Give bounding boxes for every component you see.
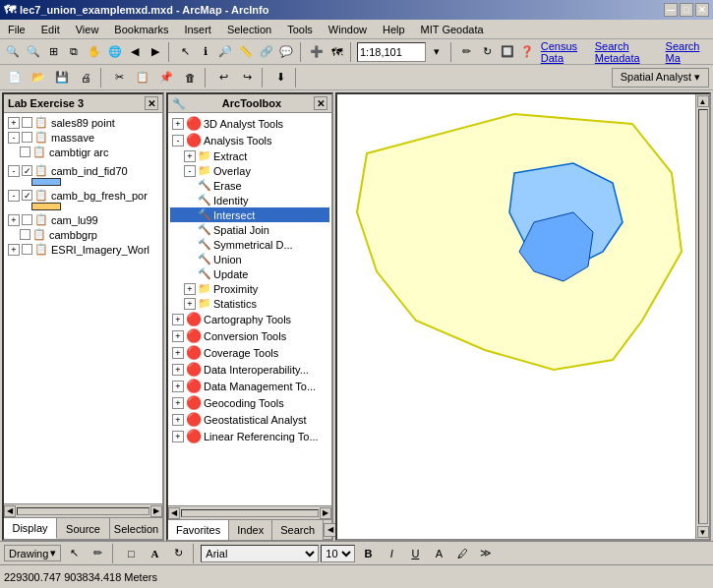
checkbox-sales89[interactable] [22, 117, 32, 128]
expand-linearref[interactable]: + [172, 431, 184, 442]
toolbox-cartography[interactable]: + 🔴 Cartography Tools [170, 311, 329, 327]
toolbox-proximity[interactable]: + 📁 Proximity [170, 281, 329, 296]
pan-btn[interactable]: ✋ [86, 41, 104, 63]
drawing-rect-btn[interactable]: □ [120, 543, 142, 564]
toolbox-datainterop[interactable]: + 🔴 Data Interoperability... [170, 361, 329, 378]
font-name-select[interactable]: Arial [201, 545, 319, 562]
toolbox-conversion[interactable]: + 🔴 Conversion Tools [170, 327, 329, 344]
delete-btn[interactable]: 🗑 [179, 67, 201, 88]
toolbox-erase[interactable]: 🔨 Erase [170, 178, 329, 193]
expand-massave[interactable]: - [8, 132, 20, 144]
expand-esri[interactable]: + [8, 244, 20, 256]
tab-display[interactable]: Display [4, 518, 57, 539]
menu-mitgeodata[interactable]: MIT Geodata [417, 23, 488, 36]
expand-geostat[interactable]: + [172, 414, 184, 426]
italic-btn[interactable]: I [381, 543, 402, 564]
identify-btn[interactable]: ℹ [196, 41, 214, 63]
layer-esri[interactable]: + 📋 ESRI_Imagery_Worl [6, 242, 160, 257]
toc-scroll-track[interactable] [17, 507, 149, 515]
bold-btn[interactable]: B [357, 543, 379, 564]
map-scroll-up[interactable]: ▲ [697, 95, 709, 107]
open-btn[interactable]: 📂 [28, 67, 49, 88]
layer-sales89[interactable]: + 📋 sales89 point [6, 115, 160, 130]
more-btn[interactable]: ≫ [475, 543, 497, 564]
highlight-btn[interactable]: 🖊 [451, 543, 473, 564]
undo-btn[interactable]: ↩ [212, 67, 234, 88]
checkbox-massave[interactable] [22, 132, 32, 143]
scale-dropdown[interactable]: ▾ [428, 41, 446, 63]
toolbox-tab-search[interactable]: Search [272, 520, 324, 540]
menu-help[interactable]: Help [379, 23, 409, 36]
drawing-textA-btn[interactable]: A [144, 543, 165, 564]
census-data-link[interactable]: Census Data [541, 40, 593, 64]
add-data2-btn[interactable]: ⬇ [269, 67, 291, 88]
expand-datainterop[interactable]: + [172, 364, 184, 376]
globe-btn[interactable]: 🌐 [105, 41, 124, 63]
expand-camb-ind[interactable]: - [8, 165, 20, 177]
find-btn[interactable]: 🔎 [216, 41, 235, 63]
expand-geocoding[interactable]: + [172, 397, 184, 409]
drawing-tool-btn1[interactable]: ↖ [63, 543, 85, 564]
layer-cam-lu99[interactable]: + 📋 cam_lu99 [6, 212, 160, 227]
extent-btn[interactable]: ⧉ [65, 41, 84, 63]
checkbox-cam-lu99[interactable] [22, 214, 32, 225]
menu-bookmarks[interactable]: Bookmarks [110, 23, 172, 36]
expand-sales89[interactable]: + [8, 117, 20, 129]
spatial-analyst-btn[interactable]: Spatial Analyst ▾ [612, 68, 709, 88]
print-btn[interactable]: 🖨 [75, 67, 96, 88]
toolbox-tab-favorites[interactable]: Favorites [168, 520, 229, 540]
minimize-button[interactable]: — [664, 3, 678, 17]
toolbox-update[interactable]: 🔨 Update [170, 266, 329, 281]
drawing-refresh-btn[interactable]: ↻ [167, 543, 189, 564]
new-map-btn[interactable]: 📄 [4, 67, 26, 88]
select-btn[interactable]: ↖ [176, 41, 195, 63]
font-size-select[interactable]: 10 [321, 545, 355, 562]
toolbox-datamgmt[interactable]: + 🔴 Data Management To... [170, 378, 329, 394]
expand-analysis[interactable]: - [172, 135, 184, 147]
map-scroll-down[interactable]: ▼ [697, 526, 709, 538]
add-data-btn[interactable]: ➕ [307, 41, 326, 63]
drawing-dropdown[interactable]: Drawing ▾ [4, 545, 61, 561]
search-map-link[interactable]: Search Ma [666, 40, 709, 64]
expand-camb-bg[interactable]: - [8, 190, 20, 202]
paste-btn[interactable]: 📌 [155, 67, 177, 88]
expand-extract[interactable]: + [184, 150, 196, 162]
layer-cambbgrp[interactable]: 📋 cambbgrp [6, 227, 160, 242]
arcmap-btn[interactable]: 🗺 [327, 41, 346, 63]
expand-conversion[interactable]: + [172, 330, 184, 342]
toolbox-close-btn[interactable]: ✕ [314, 96, 327, 110]
expand-3d[interactable]: + [172, 118, 184, 130]
expand-coverage[interactable]: + [172, 347, 184, 359]
menu-selection[interactable]: Selection [223, 23, 275, 36]
maximize-button[interactable]: □ [680, 3, 693, 17]
rotate-btn[interactable]: ↻ [478, 41, 497, 63]
toolbox-3d[interactable]: + 🔴 3D Analyst Tools [170, 115, 329, 132]
toolbox-overlay[interactable]: - 📁 Overlay [170, 163, 329, 178]
toolbox-coverage[interactable]: + 🔴 Coverage Tools [170, 344, 329, 361]
back-btn[interactable]: ◀ [126, 41, 145, 63]
zoom-out-btn[interactable]: 🔍 [25, 41, 43, 63]
expand-proximity[interactable]: + [184, 283, 196, 295]
expand-cartography[interactable]: + [172, 314, 184, 325]
close-button[interactable]: ✕ [695, 3, 709, 17]
toolbox-analysis[interactable]: - 🔴 Analysis Tools [170, 132, 329, 148]
cut-btn[interactable]: ✂ [108, 67, 130, 88]
toolbox-linearref[interactable]: + 🔴 Linear Referencing To... [170, 428, 329, 444]
edit-btn[interactable]: ✏ [457, 41, 476, 63]
toolbox-union[interactable]: 🔨 Union [170, 252, 329, 266]
hyperlink-btn[interactable]: 🔗 [257, 41, 275, 63]
toolbox-geostat[interactable]: + 🔴 Geostatistical Analyst [170, 411, 329, 428]
toc-scroll-right[interactable]: ▶ [150, 505, 162, 517]
copy-btn[interactable]: 📋 [132, 67, 153, 88]
toolbox-extract[interactable]: + 📁 Extract [170, 148, 329, 163]
toolbox-symmetrical-diff[interactable]: 🔨 Symmetrical D... [170, 237, 329, 252]
toolbox-spatial-join[interactable]: 🔨 Spatial Join [170, 222, 329, 237]
layer-camb-ind[interactable]: - 📋 camb_ind_fid70 [6, 163, 160, 178]
help-btn[interactable]: ❓ [518, 41, 537, 63]
search-metadata-link[interactable]: Search Metadata [595, 40, 664, 64]
full-extent-btn[interactable]: ⊞ [44, 41, 63, 63]
measure-btn[interactable]: 📏 [237, 41, 256, 63]
checkbox-esri[interactable] [22, 244, 32, 255]
checkbox-cambbgrp[interactable] [20, 229, 30, 240]
toolbox-identity[interactable]: 🔨 Identity [170, 193, 329, 207]
